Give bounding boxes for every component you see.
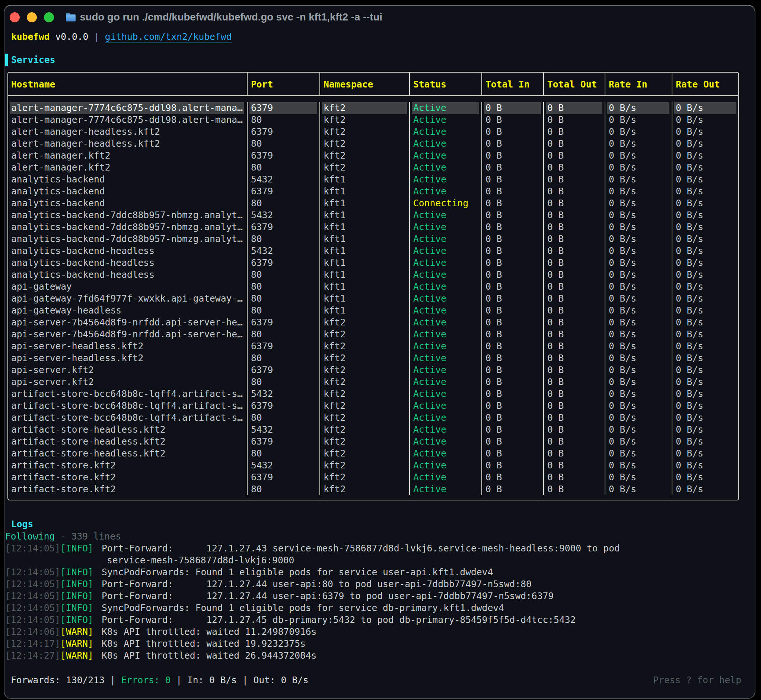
github-link[interactable]: github.com/txn2/kubefwd [105,31,232,42]
table-row[interactable]: api-gateway-headless80kft1Active0 B0 B0 … [8,305,738,317]
table-row[interactable]: analytics-backend5432kft1Active0 B0 B0 B… [8,173,738,186]
log-line: [12:14:05][INFO]Port-Forward: 127.1.27.4… [5,614,620,626]
table-row[interactable]: analytics-backend-headless5432kft1Active… [8,245,738,257]
table-row[interactable]: alert-manager-7774c6c875-ddl98.alert-man… [8,102,738,114]
cell-namespace: kft2 [320,388,410,400]
table-row[interactable]: api-server.kft26379kft2Active0 B0 B0 B/s… [8,364,738,376]
log-line: [12:14:05][INFO]Port-Forward: 127.1.27.4… [5,590,620,602]
table-row[interactable]: alert-manager.kft26379kft2Active0 B0 B0 … [8,150,738,162]
cell-port: 80 [248,269,320,281]
table-row[interactable]: api-server-headless.kft280kft2Active0 B0… [8,352,738,364]
cell-namespace: kft2 [320,483,410,495]
cell-status: Active [410,376,482,388]
table-row[interactable]: artifact-store.kft25432kft2Active0 B0 B0… [8,459,738,471]
cell-rate_in: 0 B/s [605,340,672,352]
table-row[interactable]: api-server.kft280kft2Active0 B0 B0 B/s0 … [8,376,738,388]
cell-namespace: kft2 [320,352,410,364]
cell-namespace: kft1 [320,233,410,245]
table-row[interactable]: artifact-store-bcc648b8c-lqff4.artifact-… [8,388,738,400]
zoom-button[interactable] [44,12,54,22]
folder-icon [65,12,76,22]
cell-rate_out: 0 B/s [672,448,738,459]
table-row[interactable]: alert-manager.kft280kft2Active0 B0 B0 B/… [8,162,738,173]
log-message: Port-Forward: 127.1.27.44 user-api:80 to… [102,579,532,589]
errors-count: Errors: 0 [121,675,170,686]
cell-hostname: artifact-store.kft2 [8,483,248,495]
cell-namespace: kft2 [320,436,410,448]
table-row[interactable]: analytics-backend6379kft1Active0 B0 B0 B… [8,186,738,197]
table-row[interactable]: analytics-backend-7ddc88b957-nbmzg.analy… [8,209,738,221]
cell-namespace: kft1 [320,173,410,186]
table-row[interactable]: alert-manager-headless.kft280kft2Active0… [8,138,738,150]
cell-port: 80 [248,138,320,150]
table-row[interactable]: artifact-store-headless.kft280kft2Active… [8,448,738,459]
table-row[interactable]: api-server-headless.kft26379kft2Active0 … [8,340,738,352]
table-row[interactable]: analytics-backend-7ddc88b957-nbmzg.analy… [8,233,738,245]
cell-status: Active [410,317,482,328]
cell-rate_in: 0 B/s [605,281,672,293]
table-row[interactable]: api-server-7b4564d8f9-nrfdd.api-server-h… [8,317,738,328]
follow-line-count: - 339 lines [55,531,121,542]
column-header-hostname: Hostname [8,73,248,95]
cell-total_out: 0 B [544,376,605,388]
cell-total_in: 0 B [482,209,544,221]
cell-status: Active [410,436,482,448]
throughput-text: In: 0 B/s | Out: 0 B/s [187,675,309,686]
cell-namespace: kft1 [320,221,410,233]
cell-rate_in: 0 B/s [605,257,672,269]
cell-port: 5432 [248,388,320,400]
cell-rate_in: 0 B/s [605,197,672,209]
minimize-button[interactable] [27,12,37,22]
cell-status: Active [410,328,482,340]
cell-rate_out: 0 B/s [672,436,738,448]
cell-port: 6379 [248,150,320,162]
table-row[interactable]: analytics-backend-headless80kft1Active0 … [8,269,738,281]
table-row[interactable]: api-server-7b4564d8f9-nrfdd.api-server-h… [8,328,738,340]
cell-port: 80 [248,233,320,245]
table-row[interactable]: api-gateway80kft1Active0 B0 B0 B/s0 B/s [8,281,738,293]
follow-status: Following [5,531,55,542]
close-button[interactable] [10,12,20,22]
table-row[interactable]: artifact-store-bcc648b8c-lqff4.artifact-… [8,400,738,412]
log-timestamp: [12:14:27] [5,650,60,661]
cell-namespace: kft1 [320,186,410,197]
cell-port: 6379 [248,340,320,352]
cell-rate_in: 0 B/s [605,221,672,233]
cell-total_in: 0 B [482,126,544,138]
cell-rate_in: 0 B/s [605,471,672,483]
cell-rate_out: 0 B/s [672,221,738,233]
table-row[interactable]: analytics-backend-headless6379kft1Active… [8,257,738,269]
cell-total_out: 0 B [544,459,605,471]
cell-status: Active [410,483,482,495]
cell-port: 80 [248,281,320,293]
cell-port: 6379 [248,400,320,412]
cell-namespace: kft2 [320,317,410,328]
table-row[interactable]: alert-manager-7774c6c875-ddl98.alert-man… [8,114,738,126]
cell-rate_in: 0 B/s [605,352,672,364]
cell-total_in: 0 B [482,269,544,281]
table-row[interactable]: alert-manager-headless.kft26379kft2Activ… [8,126,738,138]
cell-hostname: analytics-backend-7ddc88b957-nbmzg.analy… [8,233,248,245]
cell-total_in: 0 B [482,281,544,293]
cell-rate_out: 0 B/s [672,233,738,245]
table-row[interactable]: artifact-store-headless.kft25432kft2Acti… [8,424,738,436]
app-header-line: kubefwd v0.0.0 | github.com/txn2/kubefwd [11,31,231,43]
cell-rate_out: 0 B/s [672,209,738,221]
table-row[interactable]: analytics-backend-7ddc88b957-nbmzg.analy… [8,221,738,233]
log-timestamp: [12:14:17] [5,638,60,649]
log-message: Port-Forward: 127.1.27.45 db-primary:543… [102,614,576,625]
log-message: Port-Forward: 127.1.27.43 service-mesh-7… [102,543,620,554]
cell-total_in: 0 B [482,150,544,162]
table-row[interactable]: analytics-backend80kft1Connecting0 B0 B0… [8,197,738,209]
cell-port: 80 [248,352,320,364]
table-row[interactable]: artifact-store.kft280kft2Active0 B0 B0 B… [8,483,738,495]
cell-total_out: 0 B [544,138,605,150]
table-row[interactable]: artifact-store-bcc648b8c-lqff4.artifact-… [8,412,738,424]
table-row[interactable]: artifact-store-headless.kft26379kft2Acti… [8,436,738,448]
cell-port: 5432 [248,173,320,186]
cell-rate_in: 0 B/s [605,186,672,197]
table-row[interactable]: api-gateway-7fd64f977f-xwxkk.api-gateway… [8,293,738,305]
cell-port: 6379 [248,257,320,269]
table-row[interactable]: artifact-store.kft26379kft2Active0 B0 B0… [8,471,738,483]
cell-rate_out: 0 B/s [672,328,738,340]
